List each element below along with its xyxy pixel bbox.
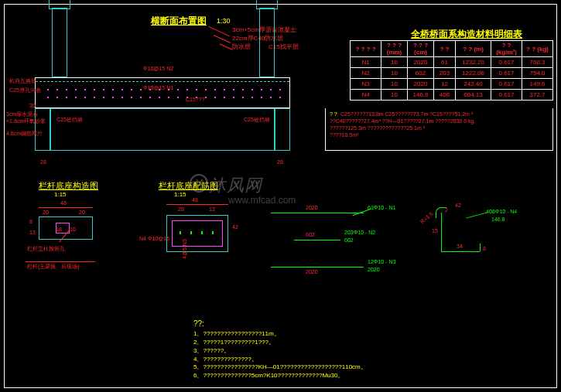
fill-hatch <box>50 108 275 151</box>
c15-label: C15??? <box>186 97 205 102</box>
n3-len: 2020 <box>306 269 318 274</box>
left-c25-label: C25泄孔沟底 <box>9 87 41 94</box>
left-layer2: +1.8cm环氧砂浆 <box>6 118 46 125</box>
rebar-n2-label: Φ10@15 N2 <box>143 66 173 71</box>
cell: 10 <box>381 68 408 79</box>
rebar-n1-label: Φ10@15 N1 <box>143 85 173 90</box>
cell: 12 <box>434 79 456 90</box>
d2-dim28: 28 <box>178 206 184 212</box>
d1-underline <box>26 261 95 262</box>
detail1-drawing: 48 20 18 10 20 8 13 栏杆立柱预留孔 栏杆(主梁预、后现场) <box>23 193 116 271</box>
table-note-line: C25??????13.8m C25??????73.7m ?C15????51… <box>340 111 473 117</box>
cross-section-drawing: Φ10@15 N2 Φ10@15 N1 C15??? C25砼挡墙 C25砼挡墙 <box>12 39 306 162</box>
cell: 372.7 <box>522 90 553 101</box>
cell: 10 <box>381 79 408 90</box>
cell: 1222.06 <box>456 68 491 79</box>
notes-block: ??: 1、?????????????????11m。 2、?????1????… <box>193 319 526 380</box>
cell: 0.617 <box>491 79 522 90</box>
table-row: N4 10 146.8 408 604.13 0.617 372.7 <box>351 90 553 101</box>
d2-n3: 4@5 N3 <box>182 239 187 259</box>
c25-label-right: C25砼挡墙 <box>244 116 270 124</box>
n1-label: 61Φ10 - N1 <box>368 205 395 210</box>
th-dia: ? ? ? (mm) <box>381 41 408 57</box>
table-row: N2 10 602 203 1222.06 0.617 754.0 <box>351 68 553 79</box>
stirrup-h <box>441 251 480 252</box>
left-post-cap <box>49 0 70 9</box>
cell: 604.13 <box>456 90 491 101</box>
st-dim2: 2 <box>445 207 448 213</box>
dim-line <box>39 207 93 208</box>
dim-28l: 28 <box>40 159 46 165</box>
n3-line <box>271 267 364 268</box>
d1-hole-label: 栏杆立柱预留孔 <box>27 245 65 253</box>
n2-label: 203Φ10 - N2 <box>344 230 375 235</box>
cross-section-title: 横断面布置图 <box>151 15 207 28</box>
cell: N3 <box>351 79 381 90</box>
cell: 61 <box>434 57 456 68</box>
n1-len: 2020 <box>306 205 318 210</box>
d1-dim20b: 20 <box>79 210 85 215</box>
detail2-title: 栏杆底座配筋图 <box>159 180 218 192</box>
d2-dim48: 48 <box>192 197 198 203</box>
detail2-drawing: 48 28 13 N4 Φ10@15 4@5 N3 42 <box>155 193 255 286</box>
cell: 408 <box>434 90 456 101</box>
leader <box>466 212 487 218</box>
st-r: R=1.5 <box>419 211 434 224</box>
dim-30: 30 <box>29 103 36 108</box>
right-post <box>259 8 275 77</box>
n3-len2: 2020 <box>368 267 380 272</box>
cell: 0.617 <box>491 57 522 68</box>
table-note-line: ??????125.3m ?????????????25.1m ³ <box>330 125 425 131</box>
left-layer3: 4.8cm钢筋网片 <box>6 130 43 138</box>
d2-dim42: 42 <box>232 224 238 230</box>
cell: 0.617 <box>491 68 522 79</box>
st-n4-len: 146.8 <box>491 216 505 222</box>
d2-dim13: 13 <box>209 206 215 212</box>
n1-line <box>271 213 364 213</box>
stirrup-v2 <box>480 244 481 251</box>
detail1-title: 栏杆底座构造图 <box>39 180 98 192</box>
th-unit: ? ? (kg/m³) <box>491 41 522 57</box>
n3-label: 12Φ10 - N3 <box>368 259 395 264</box>
cell: 203 <box>434 68 456 79</box>
material-table-title: 全桥桥面系构造材料明细表 <box>411 28 522 41</box>
right-wingwall <box>275 108 290 151</box>
d1-dim20a: 20 <box>43 210 49 215</box>
note-line: 4、??????????????。 <box>193 356 526 364</box>
d1-dim10: 10 <box>70 227 76 232</box>
d1-base-label: 栏杆(主梁预、后现场) <box>27 263 80 271</box>
cell: 146.8 <box>408 90 434 101</box>
note-line: 3、??????。 <box>193 347 526 356</box>
note-line: 5、????????????????KH—01?????????????????… <box>193 363 526 372</box>
th-name: ? ? ? ? <box>351 41 381 57</box>
th-wt: ? ? (kg) <box>522 41 553 57</box>
cell: N1 <box>351 57 381 68</box>
st-dim42: 42 <box>455 203 461 208</box>
dim-28r: 28 <box>277 159 283 165</box>
table-row: N3 10 2020 12 242.40 0.617 149.6 <box>351 79 553 90</box>
left-post <box>52 8 67 77</box>
cross-section-scale: 1:30 <box>217 17 231 25</box>
th-qty: ? ? <box>434 41 456 57</box>
note-line: 1、?????????????????11m。 <box>193 330 526 339</box>
cell: 0.617 <box>491 90 522 101</box>
n2-len2: 602 <box>344 237 354 243</box>
right-post-cap <box>256 0 278 9</box>
table-header-row: ? ? ? ? ? ? ? (mm) ? ? ? (cm) ? ? ? ? (m… <box>351 41 553 57</box>
d1-dim8: 8 <box>29 219 32 224</box>
cell: 242.40 <box>456 79 491 90</box>
d1-dim13: 13 <box>29 230 36 235</box>
st-dim15: 15 <box>432 228 438 233</box>
cell: 2020 <box>408 57 434 68</box>
note-line: 6、??????????????5cm?K10?????????????Mu30… <box>193 372 526 380</box>
cell: N4 <box>351 90 381 101</box>
cell: 602 <box>408 68 434 79</box>
stirrup-drawing: 42 34 8 15 2 R=1.5 408Φ10 - N4 146.8 <box>418 201 518 286</box>
st-n4-label: 408Φ10 - N4 <box>486 209 517 214</box>
th-len: ? ? ? (cm) <box>408 41 434 57</box>
n2-len: 602 <box>306 232 315 237</box>
cell: 1232.20 <box>456 57 491 68</box>
cell: 149.6 <box>522 79 553 90</box>
d2-n4: N4 Φ10@15 <box>139 236 169 241</box>
table-note-line: ????10.5m³ <box>330 132 358 138</box>
